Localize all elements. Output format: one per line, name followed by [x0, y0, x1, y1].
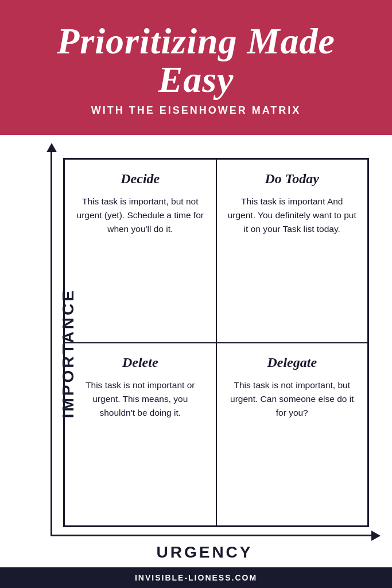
- quadrant-delete-title: Delete: [122, 355, 158, 370]
- quadrant-decide-text: This task is important, but not urgent (…: [75, 195, 205, 236]
- header-subtitle: With the Eisenhower Matrix: [23, 105, 369, 117]
- quadrant-do-today-title: Do Today: [265, 171, 319, 187]
- y-axis-arrow: [51, 149, 52, 536]
- quadrant-decide: Decide This task is important, but not u…: [64, 159, 216, 342]
- quadrant-do-today: Do Today This task is important And urge…: [216, 159, 368, 342]
- footer: invisible-lioness.com: [0, 567, 392, 588]
- page-title: Prioritizing Made Easy: [23, 22, 369, 99]
- matrix-section: Importance Decide This task is important…: [0, 135, 392, 567]
- quadrant-delegate-title: Delegate: [267, 355, 317, 370]
- footer-domain: invisible-lioness.com: [135, 573, 257, 582]
- quadrant-delegate: Delegate This task is not important, but…: [216, 343, 368, 526]
- quadrant-grid: Decide This task is important, but not u…: [63, 158, 369, 527]
- quadrant-delete: Delete This task is not important or urg…: [64, 343, 216, 526]
- quadrant-do-today-text: This task is important And urgent. You d…: [227, 195, 358, 236]
- quadrant-decide-title: Decide: [121, 171, 160, 187]
- x-axis-arrow: [51, 535, 375, 536]
- header: Prioritizing Made Easy With the Eisenhow…: [0, 0, 392, 135]
- x-axis-label: Urgency: [34, 543, 375, 562]
- quadrant-delegate-text: This task is not important, but urgent. …: [227, 378, 358, 420]
- matrix-area: Decide This task is important, but not u…: [34, 149, 375, 562]
- quadrant-delete-text: This task is not important or urgent. Th…: [75, 378, 205, 420]
